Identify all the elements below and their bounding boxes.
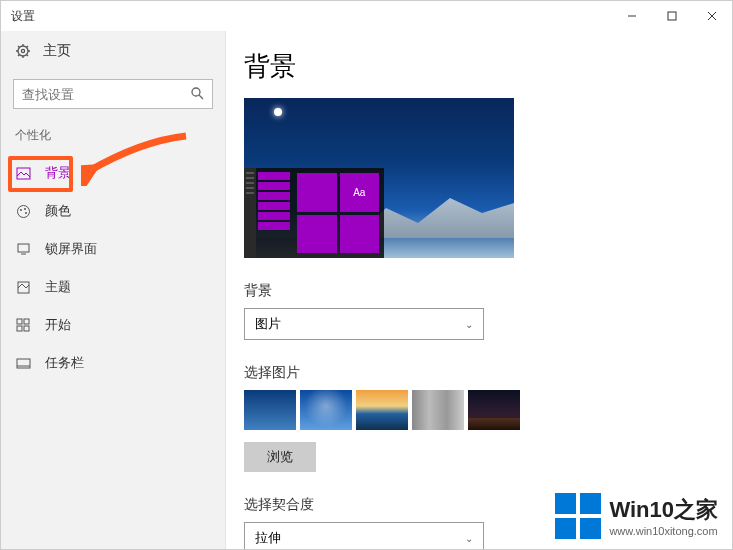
theme-icon [15,280,31,295]
svg-rect-25 [24,319,29,324]
close-button[interactable] [692,1,732,31]
gear-icon [15,43,31,59]
preview-sample-tile: Aa [340,173,380,212]
browse-button[interactable]: 浏览 [244,442,316,472]
svg-line-11 [27,55,29,57]
maximize-button[interactable] [652,1,692,31]
sidebar-item-label: 锁屏界面 [45,240,97,258]
svg-rect-27 [24,326,29,331]
svg-line-10 [18,46,20,48]
fit-value: 拉伸 [255,529,281,547]
bg-type-dropdown[interactable]: 图片 ⌄ [244,308,484,340]
search-input[interactable] [22,87,204,102]
svg-rect-1 [668,12,676,20]
home-label: 主页 [43,42,71,60]
close-icon [707,11,717,21]
svg-line-13 [27,46,29,48]
sidebar-item-background[interactable]: 背景 [1,154,225,192]
windows-logo-icon [555,493,601,539]
minimize-button[interactable] [612,1,652,31]
preview-start-panel: Aa [244,168,384,258]
maximize-icon [667,11,677,21]
main-panel: 背景 Aa 背景 图片 ⌄ 选择图片 浏览 选择契合度 拉伸 ⌄ 预览你的更改 [226,31,732,549]
choose-picture-label: 选择图片 [244,364,702,382]
window-title: 设置 [11,8,35,25]
picture-thumb[interactable] [244,390,296,430]
chevron-down-icon: ⌄ [465,533,473,544]
picture-thumbnails [244,390,702,430]
preview-moon [274,108,282,116]
sidebar: 主页 个性化 背景 颜色 锁屏界面 主题 开始 任务栏 [1,31,226,550]
taskbar-icon [15,356,31,371]
svg-line-12 [18,55,20,57]
sidebar-item-label: 主题 [45,278,71,296]
sidebar-item-label: 任务栏 [45,354,84,372]
svg-point-20 [25,212,27,214]
svg-point-18 [20,209,22,211]
watermark-title: Win10之家 [609,495,718,525]
window-controls [612,1,732,31]
chevron-down-icon: ⌄ [465,319,473,330]
bg-type-label: 背景 [244,282,702,300]
background-preview: Aa [244,98,514,258]
svg-line-15 [199,95,203,99]
sidebar-item-taskbar[interactable]: 任务栏 [1,344,225,382]
svg-rect-28 [17,359,30,368]
sidebar-item-label: 开始 [45,316,71,334]
svg-rect-21 [18,244,29,252]
picture-icon [15,166,31,181]
picture-thumb[interactable] [468,390,520,430]
page-title: 背景 [244,49,702,84]
search-icon [190,86,204,104]
sidebar-item-start[interactable]: 开始 [1,306,225,344]
palette-icon [15,204,31,219]
home-button[interactable]: 主页 [1,31,225,71]
picture-thumb[interactable] [412,390,464,430]
svg-point-14 [192,88,200,96]
svg-point-19 [24,208,26,210]
watermark-url: www.win10xitong.com [609,525,718,537]
sidebar-item-label: 颜色 [45,202,71,220]
svg-point-5 [21,49,24,52]
picture-thumb[interactable] [356,390,408,430]
bg-type-value: 图片 [255,315,281,333]
lockscreen-icon [15,242,31,257]
section-label: 个性化 [1,127,225,154]
svg-rect-24 [17,319,22,324]
fit-dropdown[interactable]: 拉伸 ⌄ [244,522,484,549]
start-icon [15,318,31,332]
watermark: Win10之家 www.win10xitong.com [555,493,718,539]
titlebar: 设置 [1,1,732,31]
sidebar-item-lockscreen[interactable]: 锁屏界面 [1,230,225,268]
sidebar-item-label: 背景 [45,164,71,182]
svg-rect-26 [17,326,22,331]
search-box[interactable] [13,79,213,109]
svg-rect-23 [18,282,29,293]
minimize-icon [627,11,637,21]
sidebar-item-colors[interactable]: 颜色 [1,192,225,230]
picture-thumb[interactable] [300,390,352,430]
svg-point-17 [17,205,29,217]
sidebar-item-themes[interactable]: 主题 [1,268,225,306]
